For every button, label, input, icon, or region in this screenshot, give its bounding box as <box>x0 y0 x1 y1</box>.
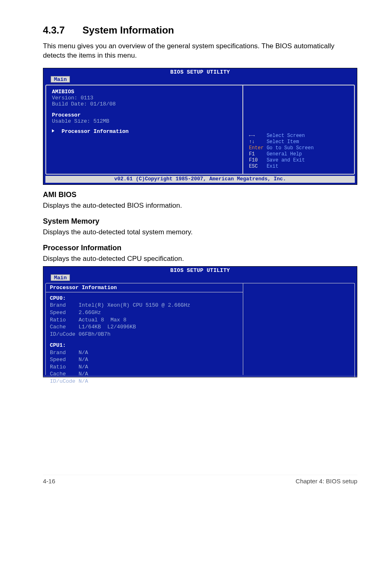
ami-bios-heading: AMI BIOS <box>43 191 357 199</box>
cpu0-heading: CPU0: <box>50 295 239 302</box>
bios-right-panel: ←→ Select Screen ↑↓ Select Item Enter Go… <box>243 85 354 174</box>
processor-info-heading: Processor Information <box>43 244 357 252</box>
cpu1-brand: Brand N/A <box>50 349 239 357</box>
bios2-header: BIOS SETUP UTILITY <box>43 267 357 274</box>
usable-size-line: Usable Size: 512MB <box>52 118 238 124</box>
submenu-arrow-icon <box>52 129 54 132</box>
bios-builddate-line: Build Date: 01/18/08 <box>52 101 238 107</box>
section-intro: This menu gives you an overview of the g… <box>43 42 357 61</box>
bios2-right-panel <box>243 283 355 377</box>
section-heading: 4.3.7 System Information <box>43 25 357 36</box>
bios-nav-hints: ←→ Select Screen ↑↓ Select Item Enter Go… <box>249 133 314 170</box>
page-footer: 4-16 Chapter 4: BIOS setup <box>43 475 357 485</box>
processor-info-label: Processor Information <box>62 128 129 135</box>
cpu0-brand: Brand Intel(R) Xeon(R) CPU 5150 @ 2.66GH… <box>50 302 239 309</box>
processor-heading: Processor <box>52 112 238 118</box>
bios-tab-strip: Main <box>43 76 357 83</box>
bios-version-line: Version: 0113 <box>52 95 238 101</box>
section-title-text: System Information <box>83 25 174 36</box>
bios2-tab-main[interactable]: Main <box>51 274 70 281</box>
bios-header: BIOS SETUP UTILITY <box>43 68 357 76</box>
bios2-left-panel: Processor Information CPU0: Brand Intel(… <box>45 283 243 377</box>
processor-info-para: Displays the auto-detected CPU specifica… <box>43 255 357 263</box>
section-number: 4.3.7 <box>43 25 80 36</box>
cpu0-speed: Speed 2.66GHz <box>50 309 239 316</box>
cpu1-ratio: Ratio N/A <box>50 364 239 371</box>
amibios-heading: AMIBIOS <box>52 89 238 95</box>
bios-left-panel: AMIBIOS Version: 0113 Build Date: 01/18/… <box>46 85 243 174</box>
cpu0-ratio: Ratio Actual 8 Max 8 <box>50 316 239 324</box>
ami-bios-para: Displays the auto-detected BIOS informat… <box>43 202 357 210</box>
bios-tab-main[interactable]: Main <box>51 76 70 83</box>
cpu0-cache: Cache L1/64KB L2/4096KB <box>50 323 239 331</box>
system-memory-heading: System Memory <box>43 217 357 226</box>
cpu1-ucode: ID/uCode N/A <box>50 378 239 385</box>
cpu1-cache: Cache N/A <box>50 370 239 378</box>
bios-footer-copyright: v02.61 (C)Copyright 1985-2007, American … <box>45 176 355 183</box>
page-number: 4-16 <box>43 478 55 485</box>
cpu0-ucode: ID/uCode 06FBh/0B7h <box>50 331 239 338</box>
cpu1-heading: CPU1: <box>50 342 239 349</box>
processor-info-submenu[interactable]: Processor Information <box>52 128 238 135</box>
bios2-tab-strip: Main <box>43 274 357 282</box>
procinfo-title: Processor Information <box>45 283 243 292</box>
bios-screen-main: BIOS SETUP UTILITY Main AMIBIOS Version:… <box>43 68 357 185</box>
system-memory-para: Displays the auto-detected total system … <box>43 228 357 236</box>
chapter-label: Chapter 4: BIOS setup <box>296 478 357 485</box>
bios-screen-procinfo: BIOS SETUP UTILITY Main Processor Inform… <box>43 266 357 377</box>
cpu1-speed: Speed N/A <box>50 356 239 364</box>
